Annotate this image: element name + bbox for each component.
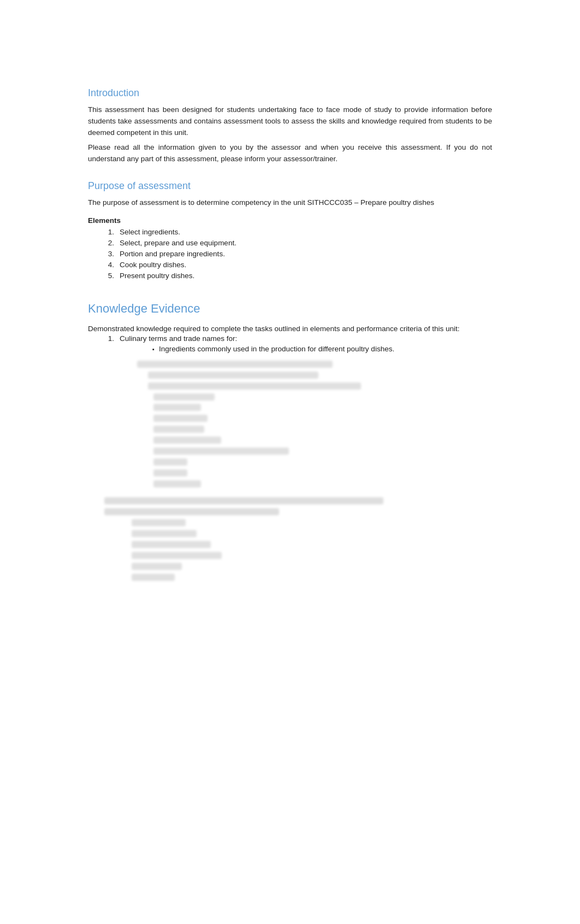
introduction-paragraph-2: Please read all the information given to… xyxy=(88,142,492,165)
elements-label: Elements xyxy=(88,216,492,225)
redacted-line xyxy=(104,497,383,504)
page-container: Introduction This assessment has been de… xyxy=(55,0,525,629)
list-item: ▪ Ingredients commonly used in the produ… xyxy=(152,345,394,353)
knowledge-intro: Demonstrated knowledge required to compl… xyxy=(88,323,492,335)
bullet-icon: ▪ xyxy=(152,346,155,352)
knowledge-heading: Knowledge Evidence xyxy=(88,302,492,316)
list-item: 3.Portion and prepare ingredients. xyxy=(104,250,492,258)
redacted-line xyxy=(153,469,187,476)
introduction-section: Introduction This assessment has been de… xyxy=(88,87,492,165)
redacted-line xyxy=(132,563,182,570)
redacted-line xyxy=(132,541,211,548)
redacted-line xyxy=(153,458,187,466)
purpose-heading: Purpose of assessment xyxy=(88,180,492,192)
list-item: 1. Culinary terms and trade names for: ▪… xyxy=(104,334,492,355)
redacted-line xyxy=(153,393,215,401)
redacted-line xyxy=(132,552,222,559)
redacted-line xyxy=(153,426,204,433)
sub-bullet-text: Ingredients commonly used in the product… xyxy=(159,345,394,353)
redacted-line xyxy=(148,372,318,379)
list-item: 4.Cook poultry dishes. xyxy=(104,261,492,269)
purpose-section: Purpose of assessment The purpose of ass… xyxy=(88,180,492,280)
redacted-sub xyxy=(137,393,492,487)
list-item: 2.Select, prepare and use equipment. xyxy=(104,239,492,247)
redacted-line xyxy=(132,519,186,526)
redacted-line xyxy=(132,530,197,537)
redacted-line xyxy=(153,404,201,411)
redacted-line xyxy=(153,415,208,422)
elements-list: 1.Select ingredients. 2.Select, prepare … xyxy=(88,228,492,280)
introduction-paragraph-1: This assessment has been designed for st… xyxy=(88,104,492,139)
redacted-sub xyxy=(104,519,492,581)
redacted-line xyxy=(148,382,361,390)
list-item: 5.Present poultry dishes. xyxy=(104,272,492,280)
introduction-heading: Introduction xyxy=(88,87,492,99)
redacted-line xyxy=(104,508,279,515)
redacted-block-1 xyxy=(88,361,492,487)
purpose-body: The purpose of assessment is to determin… xyxy=(88,197,492,209)
list-item: 1.Select ingredients. xyxy=(104,228,492,236)
knowledge-item-1-text: Culinary terms and trade names for: xyxy=(120,334,237,343)
redacted-block-2 xyxy=(88,497,492,581)
redacted-line xyxy=(132,574,175,581)
knowledge-section: Knowledge Evidence Demonstrated knowledg… xyxy=(88,302,492,581)
redacted-line xyxy=(153,437,221,444)
redacted-line xyxy=(137,361,333,368)
redacted-line xyxy=(153,448,289,455)
knowledge-list: 1. Culinary terms and trade names for: ▪… xyxy=(88,334,492,355)
sub-bullet-list: ▪ Ingredients commonly used in the produ… xyxy=(120,345,394,353)
redacted-line xyxy=(153,480,201,487)
